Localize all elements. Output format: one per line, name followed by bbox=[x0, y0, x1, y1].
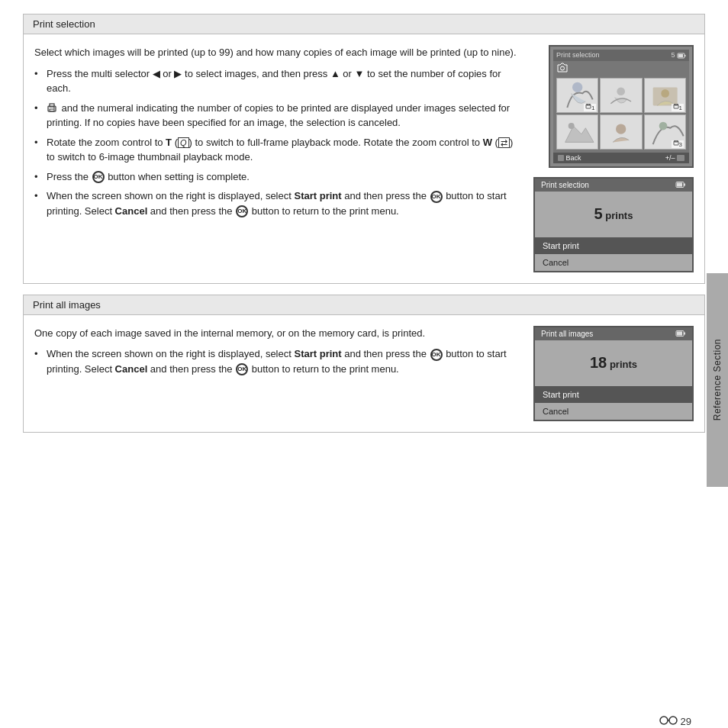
section2-intro: One copy of each image saved in the inte… bbox=[34, 326, 523, 341]
footer-adjust: +/– bbox=[665, 154, 685, 162]
svg-point-8 bbox=[572, 82, 582, 92]
thumb-img-4 bbox=[557, 115, 598, 149]
footer-back: Back bbox=[558, 154, 581, 162]
dialog1-header: Print selection bbox=[535, 179, 692, 192]
section1-text-col: Select which images will be printed (up … bbox=[34, 45, 521, 272]
svg-point-18 bbox=[659, 121, 667, 130]
section1-header: Print selection bbox=[24, 14, 704, 34]
ok-icon-5: OK bbox=[236, 363, 248, 375]
section2-header: Print all images bbox=[24, 295, 704, 315]
thumb-img-5 bbox=[601, 115, 641, 149]
svg-point-13 bbox=[661, 89, 669, 98]
thumb-count-6: 3 bbox=[672, 140, 684, 148]
section2-text-col: One copy of each image saved in the inte… bbox=[34, 326, 523, 382]
thumb-1: 1 bbox=[556, 78, 598, 113]
section1-bullets: Press the multi selector ◀ or ▶ to selec… bbox=[34, 66, 521, 219]
svg-point-3 bbox=[53, 108, 55, 109]
section2-title: Print all images bbox=[33, 299, 101, 311]
camera-mode-bar bbox=[553, 61, 689, 75]
thumbnails-grid: 1 bbox=[553, 75, 689, 153]
print-all-section: Print all images One copy of each image … bbox=[23, 295, 705, 433]
thumb-drawing-4 bbox=[557, 115, 598, 149]
dialog1-cancel[interactable]: Cancel bbox=[535, 254, 692, 271]
printer-icon bbox=[47, 103, 57, 114]
section2-content: One copy of each image saved in the inte… bbox=[24, 315, 704, 432]
screen-count: 5 bbox=[671, 51, 686, 60]
svg-rect-22 bbox=[677, 155, 685, 161]
section2-bullet-1: When the screen shown on the right is di… bbox=[34, 346, 523, 376]
bullet-1: Press the multi selector ◀ or ▶ to selec… bbox=[34, 66, 521, 96]
section1-intro: Select which images will be printed (up … bbox=[34, 45, 521, 60]
dialog1-body: 5 prints bbox=[535, 192, 692, 237]
svg-rect-28 bbox=[677, 332, 682, 336]
dialog2-battery-icon bbox=[675, 330, 686, 337]
bullet-4: Press the OK button when setting is comp… bbox=[34, 169, 521, 185]
print-dialog-2: Print all images 18 prints bbox=[533, 326, 694, 421]
svg-rect-21 bbox=[558, 155, 564, 161]
svg-point-16 bbox=[569, 123, 575, 129]
dialog1-start-print[interactable]: Start print bbox=[535, 237, 692, 254]
svg-rect-25 bbox=[677, 183, 682, 187]
thumb-count-3: 1 bbox=[672, 104, 684, 111]
adjust-icon bbox=[677, 155, 685, 161]
screen-title: Print selection bbox=[556, 51, 600, 59]
dialog1-title: Print selection bbox=[541, 181, 589, 189]
svg-point-29 bbox=[660, 717, 668, 724]
svg-point-17 bbox=[616, 124, 626, 134]
bullet-2: and the numeral indicating the number of… bbox=[34, 101, 521, 130]
svg-rect-2 bbox=[50, 109, 54, 111]
svg-rect-27 bbox=[684, 333, 685, 335]
dialog2-title: Print all images bbox=[541, 330, 593, 338]
svg-rect-6 bbox=[678, 54, 683, 57]
section1-title: Print selection bbox=[33, 18, 95, 30]
section1-img-col: Print selection 5 bbox=[533, 45, 694, 272]
sidebar-label: Reference Section bbox=[712, 339, 723, 420]
ok-icon: OK bbox=[92, 171, 105, 183]
ok-icon-3: OK bbox=[236, 205, 248, 217]
dialog2-cancel[interactable]: Cancel bbox=[535, 403, 692, 420]
section1-content: Select which images will be printed (up … bbox=[24, 34, 704, 283]
reference-section-tab: Reference Section bbox=[707, 273, 728, 487]
page-link-icon bbox=[659, 715, 678, 726]
svg-point-30 bbox=[669, 717, 677, 724]
ok-icon-2: OK bbox=[430, 191, 443, 203]
dialog1-count: 5 prints bbox=[594, 205, 633, 223]
thumb-count-1: 1 bbox=[584, 104, 596, 111]
dialog1-battery-icon bbox=[675, 181, 686, 188]
dialog2-start-print[interactable]: Start print bbox=[535, 386, 692, 403]
back-icon bbox=[558, 155, 564, 161]
print-dialog-1: Print selection 5 prints bbox=[533, 177, 694, 272]
bullet-3: Rotate the zoom control to T (Q) to swit… bbox=[34, 135, 521, 165]
section2-bullets: When the screen shown on the right is di… bbox=[34, 346, 523, 376]
thumb-drawing-2 bbox=[601, 79, 641, 112]
dialog2-body: 18 prints bbox=[535, 340, 692, 386]
thumb-4 bbox=[556, 114, 598, 150]
thumb-3: 1 bbox=[644, 78, 686, 113]
thumb-drawing-5 bbox=[601, 115, 641, 149]
svg-point-7 bbox=[561, 66, 565, 70]
thumb-6: 3 bbox=[644, 114, 686, 150]
screen-header: Print selection 5 bbox=[553, 50, 689, 61]
thumb-5 bbox=[600, 114, 642, 150]
dialog2-count: 18 prints bbox=[590, 354, 637, 372]
print-selection-section: Print selection Select which images will… bbox=[23, 14, 705, 284]
svg-rect-5 bbox=[685, 55, 686, 56]
ok-icon-4: OK bbox=[430, 349, 443, 361]
dialog2-header: Print all images bbox=[535, 327, 692, 340]
bullet-5: When the screen shown on the right is di… bbox=[34, 188, 521, 218]
section2-img-col: Print all images 18 prints bbox=[533, 326, 694, 421]
page-icon bbox=[659, 715, 678, 728]
page-number-area: 29 bbox=[659, 715, 691, 728]
camera-icon bbox=[556, 63, 569, 73]
thumb-2 bbox=[600, 78, 642, 113]
page: Print selection Select which images will… bbox=[0, 14, 728, 728]
page-number: 29 bbox=[681, 716, 691, 727]
battery-icon bbox=[677, 52, 686, 60]
screen-footer: Back +/– bbox=[553, 153, 689, 163]
svg-rect-24 bbox=[684, 184, 685, 186]
camera-screen-thumbnails: Print selection 5 bbox=[549, 45, 694, 168]
thumb-img-2 bbox=[601, 79, 641, 112]
svg-point-11 bbox=[617, 87, 626, 95]
